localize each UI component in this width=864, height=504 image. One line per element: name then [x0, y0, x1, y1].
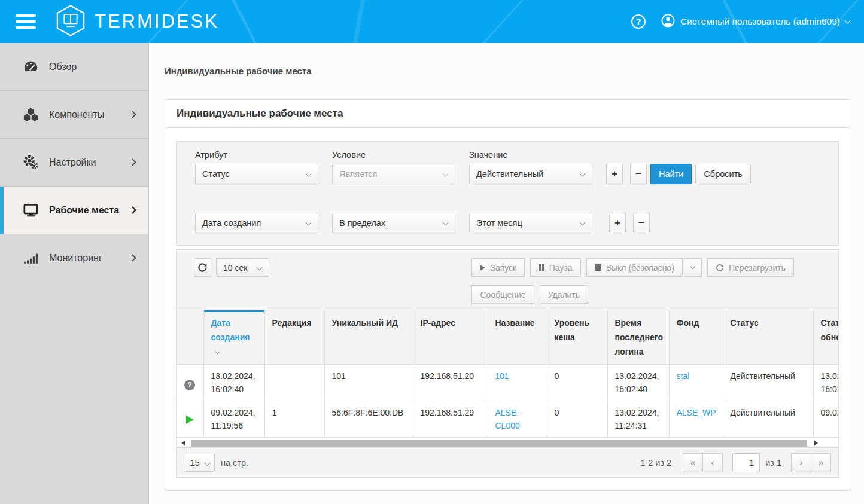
column-header-pool[interactable]: Фонд: [669, 310, 723, 365]
breadcrumb: Индивидуальные рабочие места: [165, 66, 850, 76]
remove-filter-button[interactable]: −: [630, 164, 647, 184]
sidebar-item-components[interactable]: Компоненты: [0, 91, 148, 139]
scroll-right-icon[interactable]: [814, 441, 818, 445]
column-header-date[interactable]: Дата создания: [203, 310, 264, 365]
hamburger-menu-icon[interactable]: [16, 14, 36, 29]
add-filter-button-2[interactable]: +: [609, 213, 626, 233]
column-header-status[interactable]: Статус: [723, 310, 813, 365]
cell-last-login: 13.02.2024, 11:24:31: [607, 401, 669, 438]
condition-select-2[interactable]: В пределах: [332, 213, 455, 233]
pagination-range-label: 1-2 из 2: [640, 458, 671, 468]
cell-revision: 1: [264, 401, 324, 438]
sidebar-item-overview[interactable]: Обзор: [0, 43, 148, 91]
column-header-uid[interactable]: Уникальный ИД: [324, 310, 413, 365]
help-icon[interactable]: ?: [631, 14, 646, 29]
brand-logo[interactable]: TERMIDESK: [55, 4, 219, 39]
workplaces-card: Индивидуальные рабочие места Атрибут Ста…: [165, 99, 850, 491]
total-pages-label: из 1: [765, 458, 781, 468]
column-header-update-status[interactable]: Статус обновления: [813, 310, 838, 365]
user-label: Системный пользователь (admin609): [680, 16, 840, 27]
sidebar-item-label: Рабочие места: [49, 205, 119, 216]
chevron-right-icon: [129, 206, 136, 214]
refresh-interval-select[interactable]: 10 сек: [216, 258, 269, 277]
remove-filter-button-2[interactable]: −: [633, 213, 650, 233]
workplaces-table-container: Дата создания Редакция Уникальный ИД IP-…: [177, 310, 838, 438]
table-header-row: Дата создания Редакция Уникальный ИД IP-…: [177, 310, 838, 365]
value-select[interactable]: Действительный: [469, 164, 592, 184]
cell-status: Действительный: [723, 401, 813, 438]
delete-button[interactable]: Удалить: [540, 285, 588, 304]
sidebar: Обзор Компоненты Настройки: [0, 43, 149, 504]
current-page-input[interactable]: [732, 453, 760, 472]
chevron-down-icon: [257, 265, 263, 271]
cell-date: 13.02.2024, 16:02:40: [203, 365, 264, 401]
scrollbar-thumb[interactable]: [191, 440, 807, 447]
chevron-down-icon: [443, 171, 449, 177]
sidebar-item-settings[interactable]: Настройки: [0, 139, 148, 187]
pause-button[interactable]: Пауза: [530, 258, 580, 277]
chevron-down-icon: [205, 460, 211, 466]
chevron-down-icon: [580, 171, 586, 177]
column-header-cache[interactable]: Уровень кеша: [547, 310, 607, 365]
condition-select[interactable]: Является: [332, 164, 455, 184]
add-filter-button[interactable]: +: [606, 164, 623, 184]
column-header-name[interactable]: Название: [488, 310, 547, 365]
cell-update-status: 13.02.2024, 16:02:40: [813, 365, 838, 401]
workplace-name-link[interactable]: ALSE-CL000: [495, 408, 520, 430]
sort-descending-icon: [214, 349, 220, 355]
pool-link[interactable]: stal: [677, 371, 690, 381]
start-button[interactable]: Запуск: [471, 258, 525, 277]
find-button[interactable]: Найти: [650, 164, 692, 184]
refresh-button[interactable]: [194, 258, 211, 277]
attribute-select[interactable]: Статус: [195, 164, 318, 184]
cell-cache: 0: [547, 365, 607, 401]
card-header: Индивидуальные рабочие места: [165, 100, 850, 128]
cell-ip: 192.168.51.20: [413, 365, 488, 401]
workplace-name-link[interactable]: 101: [495, 371, 509, 381]
workplaces-table: Дата создания Редакция Уникальный ИД IP-…: [177, 310, 838, 438]
pool-link[interactable]: ALSE_WP: [677, 408, 716, 417]
column-header-ip[interactable]: IP-адрес: [413, 310, 488, 365]
scroll-left-icon[interactable]: [181, 441, 185, 445]
cell-uid: 101: [324, 365, 413, 401]
message-button[interactable]: Сообщение: [471, 285, 534, 304]
page-size-select[interactable]: 15: [184, 454, 215, 472]
grid-footer: 15 на стр. 1-2 из 2 « ‹ из 1 › »: [177, 447, 838, 477]
value-select-2[interactable]: Этот месяц: [469, 213, 592, 233]
next-page-button[interactable]: ›: [791, 453, 811, 472]
prev-page-button[interactable]: ‹: [702, 453, 723, 472]
table-row: 09.02.2024, 11:19:56 1 56:6F:8F:6E:00:DB…: [177, 401, 838, 438]
reboot-button[interactable]: Перезагрузить: [707, 258, 794, 277]
column-header-revision[interactable]: Редакция: [264, 310, 324, 365]
chevron-down-icon: [580, 220, 586, 226]
cell-uid: 56:6F:8F:6E:00:DB: [324, 401, 413, 438]
filter-panel: Атрибут Статус Условие Является Значение: [176, 141, 839, 246]
running-state-icon: [186, 416, 194, 424]
cell-revision: [264, 365, 324, 401]
chevron-down-icon: [306, 220, 312, 226]
first-page-button[interactable]: «: [683, 453, 703, 472]
sidebar-item-label: Компоненты: [49, 109, 104, 120]
settings-icon: [23, 154, 39, 170]
sidebar-item-label: Мониторинг: [49, 253, 102, 264]
monitoring-icon: [23, 250, 39, 266]
sidebar-item-workplaces[interactable]: Рабочие места: [0, 187, 148, 234]
chevron-down-icon: [443, 220, 449, 226]
last-page-button[interactable]: »: [811, 453, 831, 472]
reset-button[interactable]: Сбросить: [695, 164, 750, 184]
chevron-right-icon: [129, 254, 136, 262]
brand-title: TERMIDESK: [95, 11, 219, 32]
cell-last-login: 13.02.2024, 16:02:40: [607, 365, 669, 401]
sidebar-item-monitoring[interactable]: Мониторинг: [0, 234, 148, 282]
chevron-down-icon: [690, 264, 695, 269]
shutdown-dropdown-button[interactable]: [684, 258, 702, 277]
cell-cache: 0: [547, 401, 607, 438]
attribute-select-2[interactable]: Дата создания: [195, 213, 318, 233]
refresh-icon: [716, 264, 724, 272]
shutdown-button[interactable]: Выкл (безопасно): [586, 258, 683, 277]
column-header-last-login[interactable]: Время последнего логина: [607, 310, 669, 365]
play-icon: [480, 265, 485, 271]
brand-hexagon-icon: [55, 4, 86, 39]
question-state-icon: ?: [184, 380, 195, 390]
user-menu[interactable]: Системный пользователь (admin609): [661, 14, 850, 30]
